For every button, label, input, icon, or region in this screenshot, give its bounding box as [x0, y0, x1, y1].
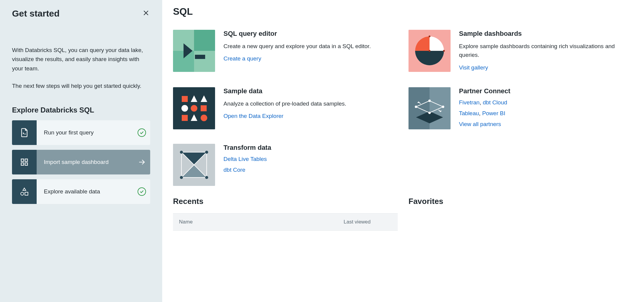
svg-marker-8 [23, 188, 26, 190]
intro-text-2: The next few steps will help you get sta… [12, 82, 150, 91]
check-icon [133, 128, 150, 137]
svg-marker-18 [191, 95, 197, 102]
link-create-query[interactable]: Create a query [223, 55, 261, 62]
intro-text-1: With Databricks SQL, you can query your … [12, 46, 150, 73]
svg-point-29 [415, 106, 417, 108]
svg-marker-34 [181, 152, 207, 165]
transform-data-icon [173, 144, 215, 186]
link-delta-live-tables[interactable]: Delta Live Tables [223, 156, 267, 162]
svg-point-42 [180, 151, 183, 154]
svg-rect-22 [201, 105, 207, 111]
card-sample-dashboards: Sample dashboards Explore sample dashboa… [409, 30, 633, 75]
recents-table-header: Name Last viewed [173, 213, 398, 231]
card-title: Sample dashboards [459, 30, 633, 38]
check-icon [133, 187, 150, 196]
svg-point-45 [205, 176, 208, 179]
shapes-icon [12, 179, 37, 204]
svg-point-31 [428, 112, 431, 114]
svg-marker-35 [181, 165, 207, 177]
recents-heading: Recents [173, 197, 398, 206]
favorites-heading: Favorites [409, 197, 633, 206]
link-power-bi[interactable]: Power BI [482, 110, 505, 116]
svg-point-9 [21, 192, 24, 195]
svg-rect-5 [21, 163, 24, 165]
svg-point-43 [205, 151, 208, 154]
dashboard-gallery-icon [409, 30, 451, 72]
svg-rect-6 [25, 163, 27, 165]
svg-rect-4 [25, 159, 27, 161]
card-sql-editor: SQL query editor Create a new query and … [173, 30, 398, 75]
feature-card-grid: SQL query editor Create a new query and … [173, 30, 633, 186]
card-desc: Analyze a collection of pre-loaded data … [223, 99, 398, 108]
col-name: Name [179, 219, 344, 225]
link-tableau[interactable]: Tableau [459, 110, 479, 116]
svg-rect-17 [182, 96, 188, 102]
card-desc: Explore sample dashboards containing ric… [459, 42, 633, 60]
link-view-all-partners[interactable]: View all partners [459, 121, 501, 127]
link-fivetran[interactable]: Fivetran [459, 99, 480, 106]
get-started-title: Get started [12, 8, 59, 19]
card-title: SQL query editor [223, 30, 398, 38]
explore-heading: Explore Databricks SQL [12, 106, 150, 114]
svg-point-44 [180, 176, 183, 179]
svg-point-16 [429, 50, 430, 52]
step-label: Explore available data [37, 188, 133, 195]
get-started-panel: Get started With Databricks SQL, you can… [0, 0, 162, 302]
step-run-first-query[interactable]: Run your first query [12, 120, 150, 145]
svg-point-28 [428, 100, 431, 102]
file-icon [12, 120, 37, 145]
card-sample-data: Sample data Analyze a collection of pre-… [173, 87, 398, 132]
card-title: Partner Connect [459, 87, 633, 95]
step-label: Run your first query [37, 129, 133, 136]
col-last-viewed: Last viewed [344, 219, 392, 225]
svg-point-25 [201, 115, 207, 121]
svg-marker-19 [201, 95, 207, 102]
close-icon[interactable] [142, 9, 150, 18]
main-content: SQL SQL query editor Create a new query … [162, 0, 644, 302]
page-title: SQL [173, 6, 633, 17]
dashboard-icon [12, 150, 37, 174]
svg-rect-3 [21, 159, 24, 161]
svg-marker-24 [191, 114, 197, 121]
svg-point-20 [181, 105, 188, 112]
sql-editor-icon [173, 30, 215, 72]
step-import-sample-dashboard[interactable]: Import sample dashboard [12, 150, 150, 174]
svg-point-30 [442, 106, 444, 108]
favorites-section: Favorites [409, 197, 633, 231]
card-title: Transform data [223, 144, 398, 152]
step-explore-available-data[interactable]: Explore available data [12, 179, 150, 204]
arrow-right-icon [133, 158, 150, 166]
svg-rect-23 [182, 115, 188, 121]
link-dbt-cloud[interactable]: dbt Cloud [483, 99, 507, 106]
svg-point-21 [191, 105, 197, 112]
card-partner-connect: Partner Connect Fivetran, dbt Cloud Tabl… [409, 87, 633, 132]
link-open-data-explorer[interactable]: Open the Data Explorer [223, 113, 284, 119]
svg-marker-27 [416, 101, 443, 113]
svg-rect-12 [195, 55, 205, 59]
svg-point-14 [429, 35, 430, 37]
link-dbt-core[interactable]: dbt Core [223, 167, 245, 173]
link-visit-gallery[interactable]: Visit gallery [459, 64, 488, 71]
onboarding-steps: Run your first query Import sample dashb… [12, 120, 150, 204]
sample-data-icon [173, 87, 215, 129]
card-title: Sample data [223, 87, 398, 95]
card-transform-data: Transform data Delta Live Tables dbt Cor… [173, 144, 398, 186]
partner-connect-icon [409, 87, 451, 129]
svg-marker-11 [184, 43, 193, 58]
recents-section: Recents Name Last viewed [173, 197, 398, 231]
svg-rect-10 [25, 192, 28, 195]
step-label: Import sample dashboard [37, 159, 133, 165]
svg-point-15 [443, 50, 445, 52]
card-desc: Create a new query and explore your data… [223, 42, 398, 51]
